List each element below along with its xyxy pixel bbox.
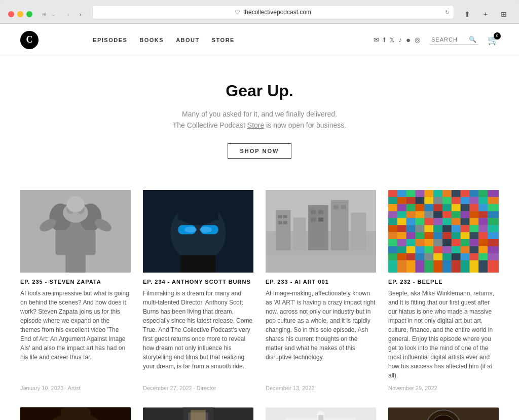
site-navigation: C EPISODES BOOKS ABOUT STORE ✉ f 𝕏 ♪ ● ◎ bbox=[0, 24, 519, 56]
svg-rect-168 bbox=[433, 260, 442, 273]
traffic-light-red[interactable] bbox=[8, 11, 14, 17]
svg-rect-171 bbox=[461, 260, 470, 273]
spotify-icon[interactable]: ● bbox=[406, 35, 411, 44]
episode-desc-235: AI tools are impressive but what is goin… bbox=[20, 289, 131, 380]
svg-rect-93 bbox=[406, 218, 416, 225]
site-logo[interactable]: C bbox=[20, 31, 39, 49]
svg-rect-150 bbox=[488, 246, 499, 253]
window-grid-icon[interactable]: ⊞ bbox=[41, 11, 48, 18]
new-tab-button[interactable]: + bbox=[478, 7, 493, 21]
nav-books[interactable]: BOOKS bbox=[139, 37, 164, 43]
svg-rect-163 bbox=[388, 260, 397, 273]
svg-rect-113 bbox=[478, 225, 488, 232]
search-input[interactable] bbox=[431, 36, 467, 43]
email-icon[interactable]: ✉ bbox=[374, 36, 379, 44]
share-button[interactable]: ⬆ bbox=[460, 7, 474, 21]
svg-rect-84 bbox=[433, 211, 442, 218]
episode-number-234: EP. 234 - ANTHONY SCOTT BURNS bbox=[143, 279, 253, 285]
main-nav: EPISODES BOOKS ABOUT STORE bbox=[93, 37, 235, 43]
svg-rect-57 bbox=[406, 197, 416, 204]
svg-rect-94 bbox=[416, 218, 425, 225]
music-icon[interactable]: ♪ bbox=[398, 36, 402, 44]
episode-card-234: EP. 234 - ANTHONY SCOTT BURNS Filmmaking… bbox=[143, 190, 253, 392]
facebook-icon[interactable]: f bbox=[383, 36, 385, 44]
search-icon[interactable]: 🔍 bbox=[469, 36, 476, 43]
svg-rect-74 bbox=[452, 204, 461, 211]
bottom-thumb-3[interactable] bbox=[266, 407, 376, 420]
svg-rect-152 bbox=[397, 253, 406, 260]
svg-rect-172 bbox=[470, 260, 479, 273]
svg-rect-146 bbox=[452, 246, 461, 253]
episode-meta-232: November 29, 2022 bbox=[388, 385, 499, 391]
svg-rect-100 bbox=[470, 218, 479, 225]
svg-rect-129 bbox=[406, 239, 416, 246]
store-link[interactable]: Store bbox=[247, 121, 264, 129]
traffic-light-green[interactable] bbox=[26, 11, 32, 17]
bottom-thumb-2[interactable] bbox=[143, 407, 253, 420]
svg-rect-55 bbox=[388, 197, 397, 204]
nav-about[interactable]: ABOUT bbox=[176, 37, 200, 43]
svg-rect-49 bbox=[442, 190, 452, 197]
svg-rect-61 bbox=[442, 197, 452, 204]
svg-rect-62 bbox=[452, 197, 461, 204]
svg-rect-145 bbox=[442, 246, 452, 253]
svg-rect-182 bbox=[60, 408, 90, 420]
tab-grid-button[interactable]: ⊞ bbox=[497, 7, 511, 21]
svg-rect-116 bbox=[397, 232, 406, 239]
nav-episodes[interactable]: EPISODES bbox=[93, 37, 127, 43]
episode-thumb-234[interactable] bbox=[143, 190, 253, 273]
svg-rect-154 bbox=[416, 253, 425, 260]
svg-rect-136 bbox=[470, 239, 479, 246]
cart-icon[interactable]: 🛒 0 bbox=[488, 34, 499, 46]
svg-rect-36 bbox=[318, 210, 323, 214]
episode-thumb-233[interactable] bbox=[266, 190, 376, 273]
episode-thumb-232[interactable]: /* mosaic */ bbox=[388, 190, 499, 273]
hero-title: Gear Up. bbox=[10, 82, 509, 100]
svg-rect-101 bbox=[478, 218, 488, 225]
svg-rect-161 bbox=[478, 253, 488, 260]
address-bar[interactable]: 🛡 thecollectivepodcast.com ↻ bbox=[92, 5, 454, 19]
svg-rect-111 bbox=[461, 225, 470, 232]
svg-rect-132 bbox=[433, 239, 442, 246]
hero-section: Gear Up. Many of you asked for it, and w… bbox=[0, 56, 519, 174]
svg-rect-162 bbox=[488, 253, 499, 260]
svg-rect-137 bbox=[478, 239, 488, 246]
episode-thumb-235[interactable] bbox=[20, 190, 131, 273]
svg-rect-156 bbox=[433, 253, 442, 260]
episode-desc-234: Filmmaking is a dream for many and multi… bbox=[143, 289, 253, 380]
nav-store[interactable]: STORE bbox=[212, 37, 235, 43]
svg-rect-158 bbox=[452, 253, 461, 260]
bottom-row bbox=[0, 407, 519, 420]
svg-rect-77 bbox=[478, 204, 488, 211]
svg-rect-76 bbox=[470, 204, 479, 211]
svg-rect-43 bbox=[388, 190, 397, 197]
bottom-thumb-4[interactable] bbox=[388, 407, 499, 420]
svg-rect-195 bbox=[318, 415, 323, 420]
svg-rect-45 bbox=[406, 190, 416, 197]
svg-rect-54 bbox=[488, 190, 499, 197]
svg-rect-95 bbox=[424, 218, 433, 225]
shop-now-button[interactable]: SHOP NOW bbox=[228, 143, 292, 159]
bottom-thumb-1[interactable] bbox=[20, 407, 131, 420]
refresh-icon[interactable]: ↻ bbox=[445, 9, 450, 16]
svg-rect-79 bbox=[388, 211, 397, 218]
traffic-light-yellow[interactable] bbox=[17, 11, 23, 17]
svg-rect-155 bbox=[424, 253, 433, 260]
svg-rect-71 bbox=[424, 204, 433, 211]
svg-rect-112 bbox=[470, 225, 479, 232]
hero-subtitle-line1: Many of you asked for it, and we finally… bbox=[10, 108, 509, 120]
twitter-icon[interactable]: 𝕏 bbox=[389, 36, 394, 44]
svg-rect-115 bbox=[388, 232, 397, 239]
episode-number-235: EP. 235 - STEVEN ZAPATA bbox=[20, 279, 131, 285]
svg-rect-83 bbox=[424, 211, 433, 218]
instagram-icon[interactable]: ◎ bbox=[415, 36, 420, 44]
svg-rect-68 bbox=[397, 204, 406, 211]
svg-rect-174 bbox=[488, 260, 499, 273]
svg-rect-89 bbox=[478, 211, 488, 218]
svg-rect-96 bbox=[433, 218, 442, 225]
episode-card-235: EP. 235 - STEVEN ZAPATA AI tools are imp… bbox=[20, 190, 131, 392]
back-button[interactable]: ‹ bbox=[63, 9, 74, 20]
chevron-down-icon[interactable]: ⌄ bbox=[50, 11, 57, 18]
forward-button[interactable]: › bbox=[75, 9, 86, 20]
svg-rect-104 bbox=[397, 225, 406, 232]
